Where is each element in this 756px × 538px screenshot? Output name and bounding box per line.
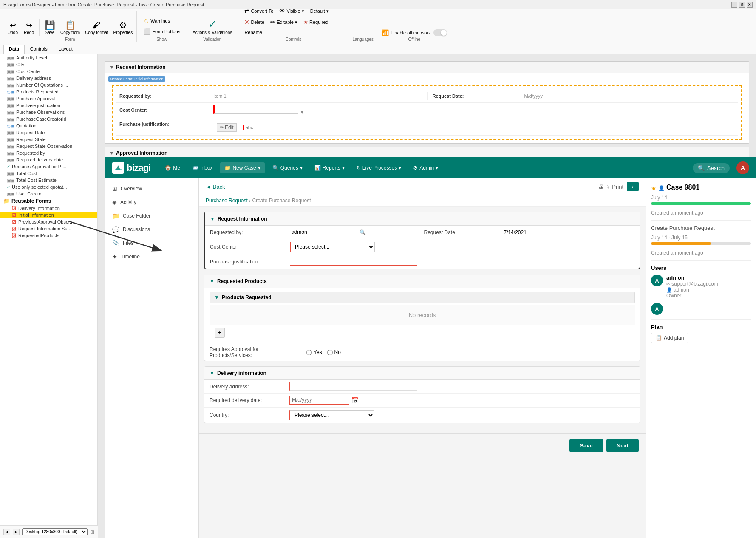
minimize-btn[interactable]: — [731,2,737,8]
nav-live-processes[interactable]: ↻ Live Processes ▾ [352,162,405,173]
calendar-icon[interactable]: 📅 [351,397,359,404]
required-delivery-date-input[interactable] [289,396,349,405]
nav-left-arrow[interactable]: ◄ [3,529,10,535]
save-button-bottom[interactable]: Save [569,439,603,452]
left-panel-item-required-delivery[interactable]: ▣▣ Required delivery date [0,156,97,163]
new-case-chevron: ▾ [258,165,260,171]
runtime-requested-products-header[interactable]: ▼ Requested Products [204,275,640,288]
nav-search[interactable]: 🔍 Search [693,163,730,173]
left-panel-item-purchase-approval[interactable]: ▣▣ Purchase Approval [0,95,97,102]
nav-new-case[interactable]: 📁 New Case ▾ [220,162,264,173]
left-panel-item-use-selected-quotat[interactable]: ✓ Use only selected quotat... [0,184,97,190]
next-small-button[interactable]: › [627,182,639,191]
form-icon-initial-info: 🖼 [12,212,17,218]
left-panel-item-authority-level[interactable]: ▣▣ Authority Level [0,54,97,61]
left-panel-item-requested-products[interactable]: 🖼 RequestedProducts [0,232,97,239]
sidebar-discussions[interactable]: 💬 Discussions [105,223,198,236]
left-panel-item-user-creator[interactable]: ▣▣ User Creator [0,190,97,197]
form-buttons-button[interactable]: ⬜ Form Buttons [141,27,182,36]
left-panel-item-prev-approval[interactable]: 🖼 Previous Approval Obser... [0,218,97,225]
redo-button[interactable]: ↪ Redo [21,20,37,36]
restore-btn[interactable]: ⧉ [739,2,745,8]
properties-button[interactable]: ⚙ Properties [111,19,135,36]
left-panel-item-delivery-info[interactable]: 🖼 Delivery Information [0,205,97,212]
left-panel-item-initial-info[interactable]: 🖼 Initial Information [0,212,97,218]
left-panel-item-purchase-observations[interactable]: ▣▣ Purchase Observations [0,109,97,116]
field-icon-user-creator: ▣▣ [7,192,14,196]
next-button-bottom[interactable]: Next [606,439,639,452]
nav-avatar[interactable]: A [736,161,749,174]
left-panel-item-delivery-address[interactable]: ▣▣ Delivery address [0,75,97,82]
left-panel-item-quotation[interactable]: ◎▣ Quotation [0,122,97,129]
sidebar-files[interactable]: 📎 Files [105,236,198,250]
save-button[interactable]: 💾 Save [42,19,57,36]
back-button[interactable]: ◄ Back [206,184,225,190]
convert-to-button[interactable]: ⇄ Convert To [242,6,275,16]
add-plan-button[interactable]: 📋 Add plan [651,333,688,343]
left-panel-item-requires-approval[interactable]: ✓ Requires Approval for Pr... [0,163,97,170]
nav-inbox[interactable]: 📨 Inbox [188,162,217,173]
delivery-address-input[interactable] [289,382,417,391]
left-panel-item-request-state-observation[interactable]: ▣▣ Request State Observation [0,143,97,150]
nav-admin[interactable]: ⚙ Admin ▾ [409,162,442,173]
nav-reports[interactable]: 📊 Reports ▾ [310,162,349,173]
purchase-justification-input[interactable] [290,258,417,266]
requested-by-input[interactable] [290,228,358,236]
left-panel-item-products-requested[interactable]: ◎▣ Products Requested [0,88,97,95]
breadcrumb-link[interactable]: Purchase Request [206,198,248,204]
actions-validations-button[interactable]: ✓ Actions & Validations [190,17,234,36]
left-panel-item-request-state[interactable]: ▣▣ Request State [0,136,97,143]
left-panel-item-request-info-su[interactable]: 🖼 Request Information Su... [0,225,97,232]
section-toggle-request[interactable]: ▼ [109,64,114,70]
left-panel-group-reusable[interactable]: 📁 Reusable Forms [0,197,97,205]
left-panel-item-total-cost-estimate[interactable]: ▣▣ Total Cost Estimate [0,177,97,184]
radio-no[interactable]: No [327,349,341,355]
radio-yes[interactable]: Yes [306,349,322,355]
add-product-button[interactable]: + [215,328,225,338]
tab-layout[interactable]: Layout [53,45,78,54]
runtime-request-info-header[interactable]: ▼ Request Information [205,212,640,226]
left-panel-item-request-date[interactable]: ▣▣ Request Date [0,129,97,136]
close-btn[interactable]: ✕ [747,2,753,8]
sidebar-case-folder[interactable]: 📁 Case Folder [105,209,198,223]
resolution-select[interactable]: Desktop 1280x800 (Default) [22,528,88,535]
sidebar-activity[interactable]: ◈ Activity [105,195,198,209]
left-panel-item-case-creator-id[interactable]: ▣▣ PurchaseCaseCreatorId [0,116,97,122]
radio-no-input[interactable] [327,350,333,355]
sidebar-overview[interactable]: ⊞ Overview [105,182,198,195]
rename-button[interactable]: Rename [242,28,264,36]
tab-controls[interactable]: Controls [25,45,53,54]
country-select[interactable]: Please select... [289,410,374,420]
left-panel-item-purchase-justification[interactable]: ▣▣ Purchase justification [0,102,97,109]
sidebar-timeline[interactable]: ✦ Timeline [105,250,198,263]
cost-center-select[interactable]: Please select... [290,242,375,252]
copy-format-button[interactable]: 🖌 Copy format [83,19,110,36]
left-panel-item-cost-center[interactable]: ▣▣ Cost Center [0,68,97,75]
required-button[interactable]: ★ Required [301,17,331,27]
field-icon-quotation: ◎▣ [7,124,14,128]
nav-right-arrow[interactable]: ► [13,529,20,535]
warnings-button[interactable]: ⚠ Warnings [141,16,182,25]
edit-button[interactable]: ✏ Edit [217,123,237,132]
nav-me[interactable]: 🏠 Me [161,162,184,173]
editable-button[interactable]: ✏ Editable ▾ [268,17,300,27]
offline-toggle[interactable] [433,29,447,36]
copy-from-button[interactable]: 📋 Copy from [58,19,82,36]
left-panel-item-requested-by[interactable]: ▣▣ Requested by [0,150,97,156]
top-nav: bizagi 🏠 Me 📨 Inbox 📁 New Case ▾ 🔍 Queri… [105,157,756,178]
undo-button[interactable]: ↩ Undo [5,20,20,36]
products-requested-header[interactable]: ▼ Products Requested [210,292,635,303]
nav-queries[interactable]: 🔍 Queries ▾ [268,162,307,173]
section-toggle-approval[interactable]: ▼ [109,150,114,156]
left-panel-item-total-cost[interactable]: ▣▣ Total Cost [0,170,97,177]
default-button[interactable]: Default ▾ [308,6,331,16]
delete-button[interactable]: ✕ Delete [242,17,266,27]
print-button[interactable]: 🖨 🖨 Print [598,184,623,190]
visible-button[interactable]: 👁 Visible ▾ [277,6,306,16]
left-panel-item-city[interactable]: ▣▣ City [0,61,97,68]
runtime-delivery-header[interactable]: ▼ Delivery information [204,367,640,380]
tab-data[interactable]: Data [3,45,25,54]
radio-yes-input[interactable] [306,350,312,355]
left-panel-item-quotations[interactable]: ▣▣ Number Of Quotations ... [0,82,97,88]
search-btn[interactable]: 🔍 [360,229,366,235]
